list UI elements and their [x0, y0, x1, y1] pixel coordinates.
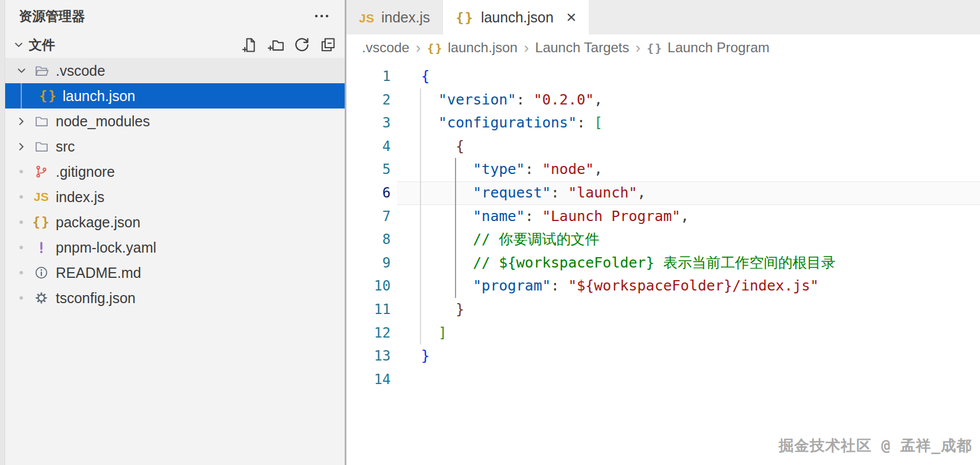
tree-item-launch-json[interactable]: {}launch.json [5, 83, 345, 108]
code-line-12[interactable]: ] [421, 321, 835, 345]
file-dot [12, 195, 30, 199]
exclamation-icon [30, 240, 52, 255]
file-tree: .vscode{}launch.jsonnode_modulessrc.giti… [5, 58, 345, 311]
line-number[interactable]: 2 [346, 88, 392, 112]
js-icon: JS [359, 9, 375, 26]
tree-item-node-modules[interactable]: node_modules [5, 108, 345, 134]
line-number[interactable]: 12 [346, 321, 392, 345]
watermark: 掘金技术社区 @ 孟祥_成都 [778, 436, 972, 456]
code-editor[interactable]: 1234567891011121314 { "version": "0.2.0"… [346, 61, 980, 465]
breadcrumb-label: Launch Program [668, 40, 769, 56]
folder-icon [30, 139, 52, 154]
tree-item-label: launch.json [63, 88, 135, 104]
files-section-label: 文件 [29, 36, 241, 54]
tree-item-index-js[interactable]: JSindex.js [5, 184, 345, 210]
breadcrumb-separator: › [524, 39, 529, 57]
code-line-1[interactable]: { [421, 65, 835, 88]
line-number[interactable]: 10 [346, 274, 392, 298]
line-number[interactable]: 6 [346, 181, 392, 205]
more-actions-button[interactable] [312, 7, 331, 25]
new-file-icon[interactable] [241, 36, 259, 54]
sidebar-header: 资源管理器 [5, 0, 345, 32]
code-line-14[interactable] [421, 368, 835, 392]
new-folder-icon[interactable] [267, 36, 285, 54]
explorer-sidebar: 资源管理器 文件 .vscode{}launch.jsonnode_module… [5, 0, 346, 465]
line-number[interactable]: 13 [346, 344, 392, 368]
breadcrumb: .vscode›{}launch.json›Launch Targets›{}L… [346, 34, 980, 61]
line-number[interactable]: 4 [346, 135, 392, 158]
file-dot [12, 170, 30, 173]
breadcrumb-label: launch.json [447, 40, 517, 56]
tree-item--gitignore[interactable]: .gitignore [5, 159, 345, 184]
chevron-right-icon [12, 116, 30, 127]
refresh-icon[interactable] [293, 36, 311, 54]
file-dot [12, 271, 30, 274]
info-icon [30, 265, 52, 280]
tree-item-label: pnpm-lock.yaml [56, 239, 156, 256]
tree-item-label: tsconfig.json [56, 290, 136, 307]
gear-icon [30, 290, 52, 305]
tree-item-label: package.json [56, 214, 140, 231]
tab-launch-json[interactable]: {}launch.json× [443, 0, 589, 34]
close-icon[interactable]: × [566, 9, 577, 26]
tree-indent-guide [21, 83, 22, 108]
breadcrumb-item-launch-json[interactable]: {}launch.json [427, 40, 518, 56]
tree-item-package-json[interactable]: {}package.json [5, 210, 345, 235]
breadcrumb-item-launch-program[interactable]: {}Launch Program [647, 40, 770, 56]
tree-item-pnpm-lock-yaml[interactable]: pnpm-lock.yaml [5, 235, 345, 260]
folder-icon [30, 114, 52, 129]
breadcrumb-separator: › [635, 39, 641, 57]
tab-index-js[interactable]: JSindex.js [346, 0, 443, 34]
line-number[interactable]: 9 [346, 251, 392, 275]
line-number[interactable]: 14 [346, 368, 392, 392]
files-section-header[interactable]: 文件 [5, 32, 345, 58]
json-braces-icon: {} [456, 9, 474, 26]
code-line-6[interactable]: "request": "launch", [421, 181, 835, 205]
file-dot [12, 296, 30, 300]
code-line-2[interactable]: "version": "0.2.0", [421, 88, 835, 112]
breadcrumb-separator: › [416, 39, 421, 57]
code-line-4[interactable]: { [421, 135, 835, 158]
tree-item-readme-md[interactable]: README.md [5, 260, 345, 285]
section-actions [241, 36, 337, 54]
file-dot [12, 246, 30, 249]
code-line-7[interactable]: "name": "Launch Program", [421, 205, 835, 228]
line-number[interactable]: 11 [346, 298, 392, 321]
chevron-down-icon [12, 65, 30, 76]
tab-label: index.js [381, 9, 430, 26]
collapse-all-icon[interactable] [319, 36, 337, 54]
tree-item-label: node_modules [56, 113, 150, 130]
json-braces-icon: {} [30, 215, 52, 230]
tree-item-tsconfig-json[interactable]: tsconfig.json [5, 285, 345, 311]
tree-item-src[interactable]: src [5, 134, 345, 159]
line-number[interactable]: 5 [346, 158, 392, 181]
json-braces-icon: {} [37, 88, 59, 103]
code-line-5[interactable]: "type": "node", [421, 158, 835, 181]
code-line-9[interactable]: // ${workspaceFolder} 表示当前工作空间的根目录 [421, 251, 835, 275]
line-number[interactable]: 1 [346, 65, 392, 88]
editor-group: JSindex.js{}launch.json× .vscode›{}launc… [346, 0, 980, 465]
code-line-10[interactable]: "program": "${workspaceFolder}/index.js" [421, 274, 835, 298]
breadcrumb-item--vscode[interactable]: .vscode [362, 40, 410, 56]
tree-item-label: .gitignore [56, 164, 115, 180]
json-braces-icon: {} [427, 40, 443, 56]
tree-item--vscode[interactable]: .vscode [5, 58, 345, 83]
folder-open-icon [30, 63, 52, 79]
code-line-11[interactable]: } [421, 298, 835, 321]
code-line-3[interactable]: "configurations": [ [421, 111, 835, 135]
tab-label: launch.json [481, 9, 553, 26]
line-number[interactable]: 7 [346, 205, 392, 228]
tree-item-label: index.js [56, 189, 105, 206]
file-dot [12, 220, 30, 224]
sidebar-title: 资源管理器 [19, 7, 85, 25]
vscode-window: 资源管理器 文件 .vscode{}launch.jsonnode_module… [0, 0, 980, 465]
line-number[interactable]: 8 [346, 228, 392, 251]
git-branch-icon [30, 164, 52, 179]
breadcrumb-item-launch-targets[interactable]: Launch Targets [535, 40, 630, 56]
line-number[interactable]: 3 [346, 111, 392, 135]
breadcrumb-label: .vscode [362, 40, 410, 56]
code-content: { "version": "0.2.0", "configurations": … [421, 65, 835, 391]
line-number-gutter: 1234567891011121314 [346, 65, 392, 391]
code-line-13[interactable]: } [421, 344, 835, 368]
code-line-8[interactable]: // 你要调试的文件 [421, 228, 835, 251]
